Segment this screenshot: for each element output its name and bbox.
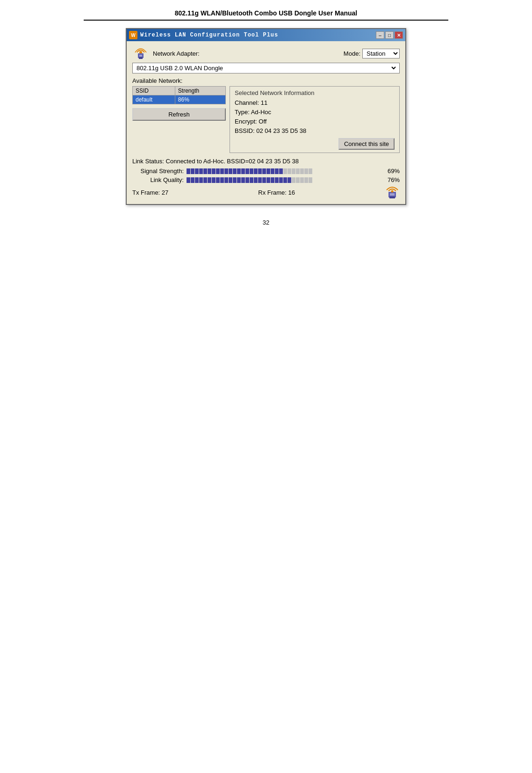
bssid-label: BSSID: bbox=[235, 127, 255, 134]
title-bar: W Wireless LAN Configuration Tool Plus –… bbox=[127, 29, 405, 41]
adapter-dropdown-container[interactable]: 802.11g USB 2.0 WLAN Dongle bbox=[132, 63, 400, 73]
tx-frame: Tx Frame: 27 bbox=[132, 189, 168, 196]
network-table: SSID Strength default 86% bbox=[132, 86, 226, 104]
strength-column-header: Strength bbox=[175, 87, 225, 95]
strength-cell: 86% bbox=[175, 95, 225, 104]
refresh-button[interactable]: Refresh bbox=[132, 108, 226, 121]
svg-rect-3 bbox=[139, 55, 142, 57]
tx-frame-value: 27 bbox=[162, 189, 168, 196]
encrypt-label: Encrypt: bbox=[235, 118, 257, 125]
svg-rect-6 bbox=[390, 193, 395, 196]
bssid-value: 02 04 23 35 D5 38 bbox=[256, 127, 306, 134]
svg-point-7 bbox=[391, 190, 394, 193]
window-content: Network Adapter: Mode: Station AP 802.11… bbox=[127, 41, 405, 204]
frame-row: Tx Frame: 27 Rx Frame: 16 bbox=[132, 185, 400, 199]
link-quality-row: Link Quality: 76% bbox=[132, 176, 400, 183]
svg-rect-5 bbox=[389, 197, 395, 198]
channel-label: Channel: bbox=[235, 99, 259, 106]
restore-button[interactable]: □ bbox=[385, 31, 394, 39]
minimize-button[interactable]: – bbox=[376, 31, 384, 39]
link-status-label: Link Status: bbox=[132, 158, 164, 165]
adapter-mode-row: Network Adapter: Mode: Station AP bbox=[132, 46, 400, 61]
rx-frame-value: 16 bbox=[288, 189, 295, 196]
wifi-status-icon bbox=[385, 185, 400, 199]
panels-row: SSID Strength default 86% Refresh Selec bbox=[132, 86, 400, 153]
table-row[interactable]: default 86% bbox=[133, 95, 226, 104]
network-adapter-label: Network Adapter: bbox=[153, 50, 200, 57]
left-panel: SSID Strength default 86% Refresh bbox=[132, 86, 226, 121]
mode-row: Mode: Station AP bbox=[344, 49, 400, 58]
ssid-column-header: SSID bbox=[133, 87, 175, 95]
adapter-left: Network Adapter: bbox=[132, 46, 200, 61]
available-network-label: Available Network: bbox=[132, 77, 400, 84]
signal-strength-row: Signal Strength: 69% bbox=[132, 168, 400, 175]
link-status-row: Link Status: Connected to Ad-Hoc. BSSID=… bbox=[132, 158, 400, 165]
link-status-value: Connected to Ad-Hoc. BSSID=02 04 23 35 D… bbox=[166, 158, 299, 165]
encrypt-row: Encrypt: Off bbox=[235, 118, 395, 125]
link-quality-pct: 76% bbox=[383, 176, 400, 183]
application-window: W Wireless LAN Configuration Tool Plus –… bbox=[126, 28, 406, 205]
adapter-icon bbox=[132, 46, 149, 61]
rx-frame-label: Rx Frame: bbox=[258, 189, 287, 196]
mode-label: Mode: bbox=[344, 50, 360, 57]
link-quality-bar bbox=[187, 177, 381, 183]
signal-strength-label: Signal Strength: bbox=[132, 168, 184, 175]
document-title: 802.11g WLAN/Bluetooth Combo USB Dongle … bbox=[84, 9, 448, 21]
selected-network-panel: Selected Network Information Channel: 11… bbox=[230, 86, 400, 153]
type-label: Type: bbox=[235, 109, 250, 116]
encrypt-value: Off bbox=[259, 118, 266, 125]
ssid-cell: default bbox=[133, 95, 175, 104]
window-title: Wireless LAN Configuration Tool Plus bbox=[140, 32, 278, 38]
title-bar-left: W Wireless LAN Configuration Tool Plus bbox=[129, 31, 278, 39]
bssid-row: BSSID: 02 04 23 35 D5 38 bbox=[235, 127, 395, 134]
tx-frame-label: Tx Frame: bbox=[132, 189, 160, 196]
window-controls: – □ ✕ bbox=[376, 31, 403, 39]
page-number: 32 bbox=[263, 219, 269, 226]
rx-frame: Rx Frame: 16 bbox=[258, 189, 295, 196]
mode-select[interactable]: Station AP bbox=[362, 49, 400, 58]
app-icon: W bbox=[129, 31, 137, 39]
type-value: Ad-Hoc bbox=[251, 109, 271, 116]
channel-value: 11 bbox=[261, 99, 267, 106]
link-quality-label: Link Quality: bbox=[132, 176, 184, 183]
bottom-section: Link Status: Connected to Ad-Hoc. BSSID=… bbox=[132, 158, 400, 199]
connect-btn-row: Connect this site bbox=[235, 138, 395, 150]
channel-row: Channel: 11 bbox=[235, 99, 395, 106]
type-row: Type: Ad-Hoc bbox=[235, 109, 395, 116]
adapter-select[interactable]: 802.11g USB 2.0 WLAN Dongle bbox=[135, 64, 397, 72]
signal-strength-pct: 69% bbox=[383, 168, 400, 175]
svg-rect-2 bbox=[139, 57, 143, 59]
connect-button[interactable]: Connect this site bbox=[338, 138, 395, 150]
selected-network-title: Selected Network Information bbox=[235, 89, 395, 96]
signal-strength-bar bbox=[187, 168, 381, 174]
close-button[interactable]: ✕ bbox=[395, 31, 403, 39]
